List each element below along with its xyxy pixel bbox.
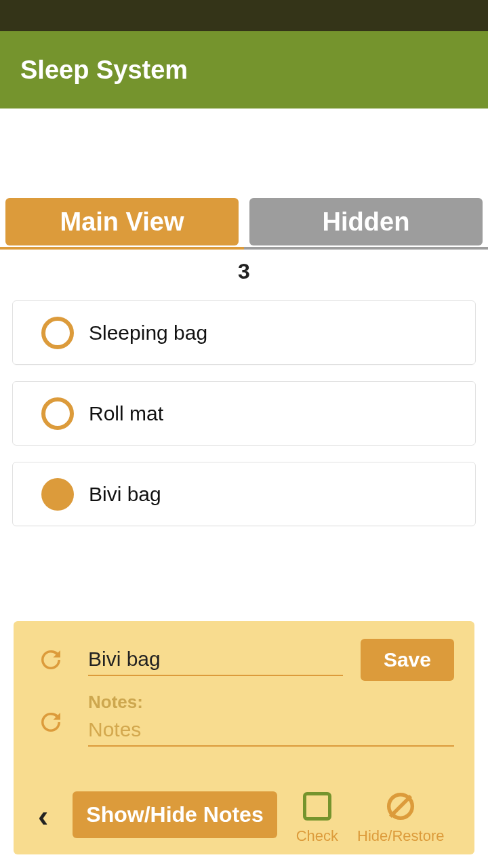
tab-main-view[interactable]: Main View [5, 198, 239, 245]
list-item[interactable]: Roll mat [12, 381, 476, 446]
item-count: 3 [0, 250, 488, 300]
hide-restore-action[interactable]: Hide/Restore [357, 789, 444, 845]
refresh-icon[interactable] [37, 708, 65, 736]
show-hide-notes-button[interactable]: Show/Hide Notes [73, 791, 277, 838]
check-action[interactable]: Check [296, 789, 338, 845]
check-circle-icon[interactable] [41, 397, 74, 430]
app-bar: Sleep System [0, 31, 488, 108]
back-chevron-icon[interactable]: ‹ [38, 800, 48, 831]
item-label: Sleeping bag [89, 321, 207, 344]
check-label: Check [296, 827, 338, 845]
notes-input[interactable] [88, 714, 454, 747]
name-input[interactable] [88, 644, 343, 676]
name-field-wrap [88, 644, 343, 676]
hide-restore-label: Hide/Restore [357, 827, 444, 845]
notes-field-wrap: Notes: [88, 685, 454, 747]
save-button[interactable]: Save [361, 639, 454, 681]
hide-restore-icon [383, 789, 418, 824]
list-item[interactable]: Bivi bag [12, 462, 476, 526]
list-item[interactable]: Sleeping bag [12, 300, 476, 365]
check-circle-filled-icon[interactable] [41, 478, 74, 511]
tabs: Main View Hidden [0, 198, 488, 245]
check-circle-icon[interactable] [41, 317, 74, 349]
spacer [0, 108, 488, 198]
tab-hidden[interactable]: Hidden [249, 198, 483, 245]
tab-underline [0, 247, 488, 250]
page-title: Sleep System [20, 56, 188, 85]
item-list: Sleeping bag Roll mat Bivi bag [0, 300, 488, 526]
edit-panel: Save Notes: ‹ Show/Hide Notes Check Hide… [14, 621, 474, 854]
notes-label: Notes: [88, 692, 454, 713]
item-label: Roll mat [89, 402, 163, 425]
checkbox-icon [303, 792, 331, 821]
item-label: Bivi bag [89, 483, 161, 506]
refresh-icon[interactable] [37, 646, 65, 674]
status-bar [0, 0, 488, 31]
